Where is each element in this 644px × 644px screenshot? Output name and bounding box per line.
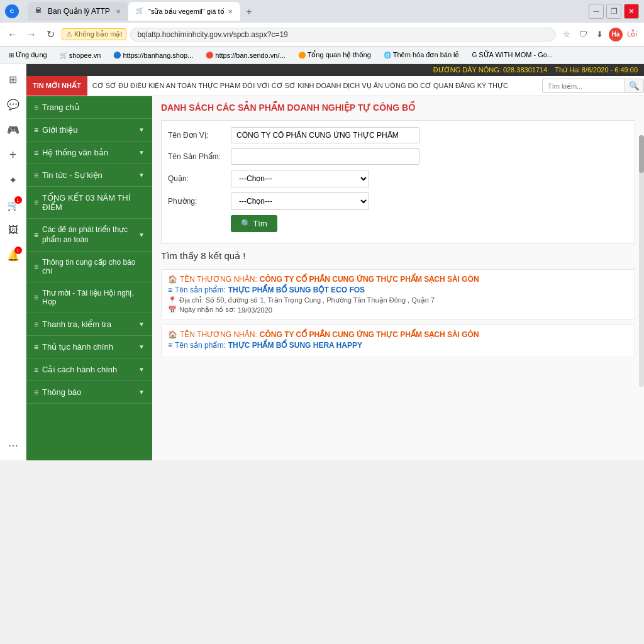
back-button[interactable]: ←	[5, 27, 20, 42]
bookmark-sua-mom[interactable]: G SỮA WITH MOM - Go...	[469, 50, 557, 60]
user-avatar[interactable]: Ha	[609, 28, 623, 42]
nav-tin-icon: ≡	[34, 262, 38, 271]
bookmark-them-label: Thêm hóa đơn bán lẻ	[393, 51, 460, 59]
url-input[interactable]: bqlattp.hochiminhcity.gov.vn/spcb.aspx?c…	[130, 28, 556, 42]
warning-triangle: ⚠	[66, 30, 72, 38]
result1-date-prefix: Ngày nhận hồ sơ:	[179, 306, 235, 314]
bookmark-shopee[interactable]: 🛒 shopee.vn	[56, 50, 105, 60]
bookmark-tongquan[interactable]: 🟠 Tổng quan hệ thống	[294, 50, 375, 60]
address-bar-icons: ☆ 🛡 ⬇ Ha Lỗi	[560, 28, 639, 42]
tab1-close[interactable]: ✕	[116, 8, 121, 15]
search-input[interactable]	[543, 80, 625, 92]
result2-product-name: THỰC PHẨM BỔ SUNG HERA HAPPY	[228, 341, 362, 350]
nav-item-tong-ket[interactable]: ≡ TỔNG KẾT 03 NĂM THÍ ĐIỂM	[26, 187, 152, 219]
result-item-1: 🏠 TÊN THƯƠNG NHÂN: CÔNG TY CỔ PHẦN CUNG …	[161, 269, 635, 319]
nav-item-thu-moi[interactable]: ≡ Thư mời - Tài liệu Hội nghị, Họp	[26, 282, 152, 313]
san-pham-row: Tên Sản Phẩm:	[168, 148, 628, 165]
shopping-icon[interactable]: 🛒 1	[3, 195, 23, 215]
bookmark-banhang-label: https://banhang.shop...	[123, 52, 193, 59]
nav-item-tin-tuc[interactable]: ≡ Tin tức - Sự kiện ▼	[26, 164, 152, 187]
extensions-icon[interactable]: ⊞	[3, 69, 23, 89]
bookmark-sendo[interactable]: 🔴 https://ban.sendo.vn/...	[202, 50, 289, 60]
search-box: 🔍	[542, 79, 644, 93]
security-warning-text: Không bảo mật	[74, 30, 122, 38]
main-content-area: DANH SÁCH CÁC SẢN PHẨM DOANH NGHIỆP TỰ C…	[152, 96, 644, 460]
chevron-down-icon-6: ▼	[138, 343, 145, 350]
nav-item-he-thong-van-ban[interactable]: ≡ Hệ thống văn bản ▼	[26, 142, 152, 164]
nav-item-de-an[interactable]: ≡ Các đề án phát triển thực phẩm an toàn…	[26, 219, 152, 252]
nav-thong-bao-label: Thông báo	[42, 387, 138, 397]
bookmarks-bar: ⊞ Ứng dụng 🛒 shopee.vn 🔵 https://banhang…	[0, 47, 644, 64]
result1-merchant-prefix: TÊN THƯƠNG NHÂN:	[180, 275, 257, 284]
media-icon[interactable]: 🖼	[3, 220, 23, 240]
result1-address: 📍 Địa chỉ: Số 50, đường số 1, Trần Trọng…	[168, 296, 628, 304]
quan-select[interactable]: ---Chọn---	[231, 170, 369, 187]
home-icon-2: 🏠	[168, 330, 177, 339]
search-submit-button[interactable]: 🔍 Tìm	[231, 215, 277, 232]
notification-icon[interactable]: 🔔 1	[3, 245, 23, 265]
apps-icon: ⊞	[9, 52, 14, 58]
result-item-2: 🏠 TÊN THƯƠNG NHÂN: CÔNG TY CỔ PHẦN CUNG …	[161, 325, 635, 357]
search-button[interactable]: 🔍	[625, 79, 643, 92]
tab-ban-quan-ly[interactable]: 🏛 Ban Quản lý ATTP ✕	[28, 2, 128, 21]
nav-tk-icon: ≡	[34, 198, 38, 207]
shield-icon[interactable]: 🛡	[576, 28, 590, 42]
nav-item-thanh-tra[interactable]: ≡ Thanh tra, kiểm tra ▼	[26, 313, 152, 336]
home-icon-1: 🏠	[168, 275, 177, 284]
bookmark-shopee-label: shopee.vn	[69, 52, 101, 59]
bookmark-ung-dung[interactable]: ⊞ Ứng dụng	[5, 50, 51, 60]
star-icon[interactable]: ☆	[560, 28, 574, 42]
add-tab-button[interactable]: +	[240, 3, 258, 21]
bookmark-ung-dung-label: Ứng dụng	[16, 51, 47, 59]
download-icon[interactable]: ⬇	[592, 28, 606, 42]
don-vi-label: Tên Đơn Vị:	[168, 131, 231, 140]
tab2-close[interactable]: ✕	[228, 8, 233, 15]
forward-button[interactable]: →	[24, 27, 39, 42]
nav-cai-cach-label: Cải cách hành chính	[42, 365, 138, 374]
don-vi-input[interactable]	[231, 127, 419, 143]
chevron-down-icon-4: ▼	[138, 231, 145, 238]
add-icon[interactable]: +	[3, 145, 23, 165]
refresh-button[interactable]: ↻	[43, 27, 58, 42]
result2-product-prefix: Tên sản phẩm:	[175, 341, 226, 350]
nav-thong-tin-label: Thông tin cung cấp cho báo chí	[42, 258, 145, 275]
result1-address-prefix: Địa chỉ:	[179, 296, 203, 304]
tongquan-icon: 🟠	[298, 52, 306, 58]
nav-thu-tuc-label: Thủ tục hành chính	[42, 342, 138, 352]
nav-item-gioi-thieu[interactable]: ≡ Giới thiệu ▼	[26, 119, 152, 142]
scrollbar-thumb[interactable]	[639, 135, 644, 173]
list-icon-1: ≡	[168, 286, 172, 294]
list-icon-2: ≡	[168, 341, 172, 350]
error-label: Lỗi	[625, 28, 639, 42]
messenger-icon[interactable]: 💬	[3, 94, 23, 114]
nav-item-thong-tin[interactable]: ≡ Thông tin cung cấp cho báo chí	[26, 252, 152, 282]
nav-item-thong-bao[interactable]: ≡ Thông báo ▼	[26, 381, 152, 404]
bookmark-tongquan-label: Tổng quan hệ thống	[308, 51, 371, 59]
nav-tb-icon: ≡	[34, 388, 38, 397]
san-pham-input[interactable]	[231, 148, 419, 165]
bookmark-banhang[interactable]: 🔵 https://banhang.shop...	[109, 50, 197, 60]
top-info-bar: ĐƯỜNG DÂY NÓNG: 028.38301714 Thứ Hai 8/6…	[26, 64, 644, 76]
chevron-down-icon: ▼	[138, 126, 145, 133]
nav-item-trang-chu[interactable]: ≡ Trang chủ	[26, 96, 152, 119]
result2-merchant-prefix: TÊN THƯƠNG NHÂN:	[180, 330, 257, 339]
window-close[interactable]: ✕	[624, 4, 639, 19]
datetime-display: Thứ Hai 8/6/2020 - 6:49:00	[555, 66, 638, 74]
bookmark-them-hd[interactable]: 🌐 Thêm hóa đơn bán lẻ	[380, 50, 464, 60]
chevron-down-icon-3: ▼	[138, 172, 145, 179]
window-restore[interactable]: ❐	[606, 4, 621, 19]
games-icon[interactable]: 🎮	[3, 119, 23, 140]
title-bar: C 🏛 Ban Quản lý ATTP ✕ 🛒 "sữa bầu vegemi…	[0, 0, 644, 23]
window-minimize[interactable]: ─	[589, 4, 604, 19]
main-layout: ≡ Trang chủ ≡ Giới thiệu ▼ ≡ Hệ thống vă…	[26, 96, 644, 460]
tab-sua-bau[interactable]: 🛒 "sữa bầu vegemil" giá tốt Thàn... ✕	[128, 2, 240, 21]
nav-item-cai-cach[interactable]: ≡ Cải cách hành chính ▼	[26, 358, 152, 381]
nav-tra-icon: ≡	[34, 320, 38, 329]
nav-item-thu-tuc[interactable]: ≡ Thủ tục hành chính ▼	[26, 336, 152, 358]
quan-row: Quận: ---Chọn---	[168, 170, 628, 187]
more-icon[interactable]: ⋯	[3, 435, 23, 455]
coccoc-special-icon[interactable]: ✦	[3, 170, 23, 190]
tab1-favicon: 🏛	[35, 7, 44, 16]
phuong-select[interactable]: ---Chọn---	[231, 192, 369, 210]
left-navigation: ≡ Trang chủ ≡ Giới thiệu ▼ ≡ Hệ thống vă…	[26, 96, 152, 460]
